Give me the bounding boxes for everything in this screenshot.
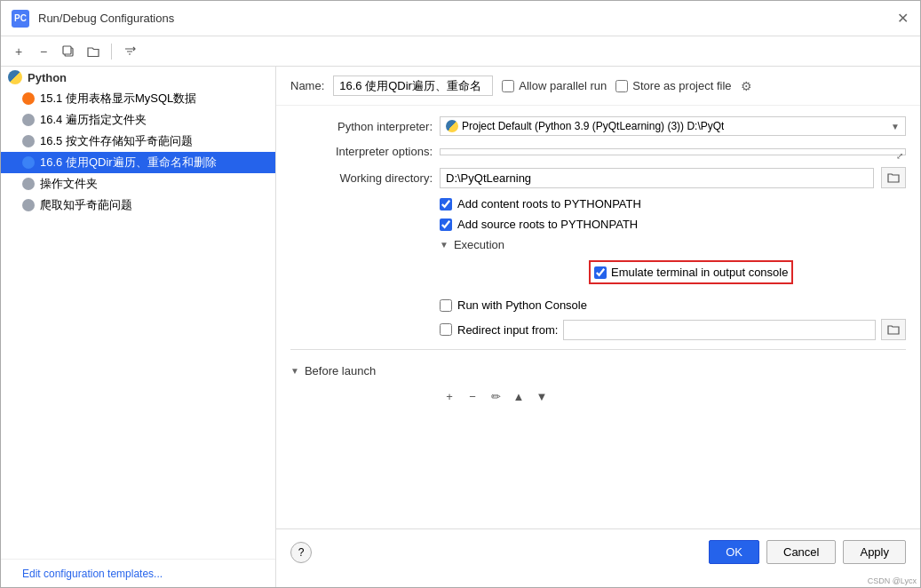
run-python-console-checkbox[interactable] xyxy=(440,299,452,312)
add-content-roots-row: Add content roots to PYTHONPATH xyxy=(440,197,906,211)
name-input[interactable] xyxy=(333,75,493,96)
before-launch-toolbar: + − ✏ ▲ ▼ xyxy=(290,386,906,406)
item-icon-3 xyxy=(22,156,35,169)
interpreter-py-icon xyxy=(446,120,458,132)
sidebar-python-header: Python xyxy=(1,67,275,88)
add-source-roots-checkbox[interactable] xyxy=(440,219,452,231)
sidebar-item-label-5: 爬取知乎奇葩问题 xyxy=(40,197,132,213)
close-icon[interactable]: ✕ xyxy=(895,12,909,26)
execution-triangle-icon[interactable]: ▼ xyxy=(440,240,449,250)
working-dir-value: D:\PyQtLearning xyxy=(446,171,868,185)
toolbar-separator xyxy=(111,44,112,60)
sidebar-item-label-2: 16.5 按文件存储知乎奇葩问题 xyxy=(40,133,193,149)
emulate-terminal-checkbox[interactable] xyxy=(594,266,607,279)
interpreter-value: Project Default (Python 3.9 (PyQtLearnin… xyxy=(462,120,724,132)
allow-parallel-label: Allow parallel run xyxy=(502,79,607,92)
before-launch-header: ▼ Before launch xyxy=(290,364,906,377)
config-header: Name: Allow parallel run Store as projec… xyxy=(276,67,920,106)
dropdown-arrow-icon: ▼ xyxy=(891,122,900,131)
before-launch-label: Before launch xyxy=(305,364,376,377)
gear-button[interactable]: ⚙ xyxy=(741,79,752,93)
add-content-roots-checkbox[interactable] xyxy=(440,198,452,211)
ok-button[interactable]: OK xyxy=(709,540,759,564)
add-source-roots-label: Add source roots to PYTHONPATH xyxy=(457,218,638,231)
run-debug-dialog: PC Run/Debug Configurations ✕ + − xyxy=(0,0,921,588)
dialog-title: Run/Debug Configurations xyxy=(38,12,886,25)
interpreter-options-row: Interpreter options: ⤢ xyxy=(290,145,906,158)
sidebar-scroll: Python 15.1 使用表格显示MySQL数据 16.4 遍历指定文件夹 1… xyxy=(1,67,275,559)
allow-parallel-checkbox[interactable] xyxy=(502,80,514,92)
item-icon-1 xyxy=(22,114,35,126)
interpreter-text: Project Default (Python 3.9 (PyQtLearnin… xyxy=(446,120,891,132)
sidebar-item-5[interactable]: 爬取知乎奇葩问题 xyxy=(1,195,275,216)
apply-button[interactable]: Apply xyxy=(843,540,906,564)
before-launch-section: ▼ Before launch + − ✏ ▲ ▼ xyxy=(290,349,906,406)
content-area: Python 15.1 使用表格显示MySQL数据 16.4 遍历指定文件夹 1… xyxy=(1,67,920,587)
add-source-roots-row: Add source roots to PYTHONPATH xyxy=(440,218,906,231)
credits: CSDN @Lycx xyxy=(276,575,920,587)
redirect-checkbox[interactable] xyxy=(440,323,452,336)
run-python-console-row: Run with Python Console xyxy=(440,298,906,312)
redirect-input[interactable] xyxy=(563,320,876,340)
item-icon-2 xyxy=(22,135,35,147)
working-dir-row: Working directory: D:\PyQtLearning xyxy=(290,167,906,188)
copy-button[interactable] xyxy=(58,41,79,62)
sidebar: Python 15.1 使用表格显示MySQL数据 16.4 遍历指定文件夹 1… xyxy=(1,67,276,587)
add-button[interactable]: + xyxy=(8,41,29,62)
execution-section-label: Execution xyxy=(454,238,504,251)
working-dir-label: Working directory: xyxy=(290,171,433,185)
execution-section-header: ▼ Execution xyxy=(440,238,906,251)
sidebar-item-3[interactable]: 16.6 使用QDir遍历、重命名和删除 xyxy=(1,152,275,173)
before-launch-add-button[interactable]: + xyxy=(440,386,459,406)
redirect-input-row: Redirect input from: xyxy=(440,319,906,340)
remove-button[interactable]: − xyxy=(33,41,54,62)
footer-left: ? xyxy=(290,542,312,563)
sidebar-item-label-0: 15.1 使用表格显示MySQL数据 xyxy=(40,91,196,107)
sidebar-footer: Edit configuration templates... xyxy=(1,559,275,587)
expand-icon[interactable]: ⤢ xyxy=(896,151,903,161)
app-icon: PC xyxy=(12,10,29,28)
before-launch-down-button[interactable]: ▼ xyxy=(532,386,552,406)
interpreter-options-label: Interpreter options: xyxy=(290,145,433,158)
config-body: Python interpreter: Project Default (Pyt… xyxy=(276,106,920,528)
working-dir-input[interactable]: D:\PyQtLearning xyxy=(440,168,874,188)
footer-right: OK Cancel Apply xyxy=(709,540,906,564)
sidebar-item-1[interactable]: 16.4 遍历指定文件夹 xyxy=(1,109,275,131)
sidebar-item-label-3: 16.6 使用QDir遍历、重命名和删除 xyxy=(40,155,217,171)
interpreter-options-input[interactable]: ⤢ xyxy=(440,148,906,155)
svg-rect-1 xyxy=(63,46,71,54)
sidebar-item-0[interactable]: 15.1 使用表格显示MySQL数据 xyxy=(1,88,275,109)
cancel-button[interactable]: Cancel xyxy=(766,540,836,564)
before-launch-edit-button[interactable]: ✏ xyxy=(486,386,505,406)
redirect-browse-button[interactable] xyxy=(881,319,906,340)
emulate-terminal-box: Emulate terminal in output console xyxy=(589,260,793,284)
run-python-console-label: Run with Python Console xyxy=(457,298,587,312)
edit-templates-link[interactable]: Edit configuration templates... xyxy=(12,560,173,587)
sidebar-item-label-1: 16.4 遍历指定文件夹 xyxy=(40,112,147,128)
sidebar-item-4[interactable]: 操作文件夹 xyxy=(1,173,275,195)
interpreter-row: Python interpreter: Project Default (Pyt… xyxy=(290,116,906,136)
sort-button[interactable] xyxy=(119,41,140,62)
interpreter-dropdown[interactable]: Project Default (Python 3.9 (PyQtLearnin… xyxy=(440,116,906,136)
sidebar-section-label: Python xyxy=(28,71,67,84)
working-dir-browse-button[interactable] xyxy=(881,167,906,188)
sidebar-item-label-4: 操作文件夹 xyxy=(40,176,98,192)
help-button[interactable]: ? xyxy=(290,542,312,563)
sidebar-item-2[interactable]: 16.5 按文件存储知乎奇葩问题 xyxy=(1,131,275,152)
add-content-roots-label: Add content roots to PYTHONPATH xyxy=(457,197,641,211)
folder-button[interactable] xyxy=(83,41,104,62)
before-launch-up-button[interactable]: ▲ xyxy=(509,386,528,406)
item-icon-5 xyxy=(22,199,35,211)
title-bar: PC Run/Debug Configurations ✕ xyxy=(1,1,920,36)
toolbar: + − xyxy=(1,36,920,67)
footer: ? OK Cancel Apply xyxy=(276,528,920,575)
before-launch-triangle-icon[interactable]: ▼ xyxy=(290,366,299,376)
store-as-project-checkbox[interactable] xyxy=(615,80,628,92)
emulate-terminal-wrapper: Emulate terminal in output console xyxy=(440,260,906,291)
item-icon-0 xyxy=(22,92,35,105)
main-panel: Name: Allow parallel run Store as projec… xyxy=(276,67,920,587)
python-icon xyxy=(8,70,22,84)
before-launch-remove-button[interactable]: − xyxy=(463,386,482,406)
interpreter-label: Python interpreter: xyxy=(290,120,433,133)
redirect-label: Redirect input from: xyxy=(457,323,558,337)
